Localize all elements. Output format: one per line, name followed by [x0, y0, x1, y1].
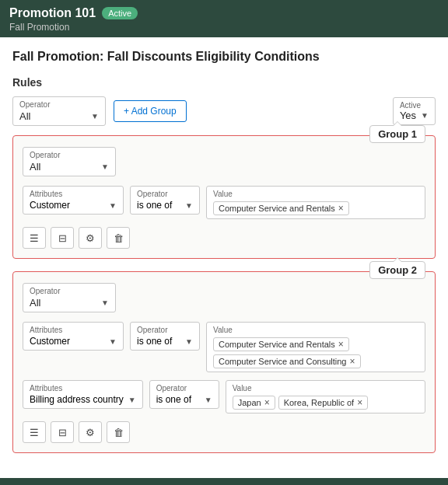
group-2-delete-btn[interactable]: 🗑: [107, 421, 130, 443]
group-1-value-label: Value: [213, 190, 418, 198]
rules-operator-inner: All ▼: [19, 110, 99, 122]
group-2-add-condition-icon: ☰: [30, 427, 39, 438]
group-2-cond0-op-label: Operator: [137, 326, 193, 334]
group-1-attributes-value: Customer: [30, 200, 70, 211]
group-2-cond0-tag-1-text: Computer Service and Consulting: [219, 357, 346, 366]
group-2-cond0-attributes-chevron: ▼: [109, 337, 117, 346]
group-1-org-btn[interactable]: ⚙: [79, 227, 102, 249]
group-2-cond0-value-tags: Computer Service and Rentals × Computer …: [213, 337, 418, 368]
group-1-operator-inner: All ▼: [30, 161, 109, 173]
group-1-op-label: Operator: [137, 190, 193, 198]
group-1-op-select[interactable]: Operator is one of ▼: [130, 186, 200, 215]
group-2-cond0-value-label: Value: [213, 326, 418, 334]
group-2-cond1-attributes-select[interactable]: Attributes Billing address country ▼: [23, 380, 143, 409]
group-2-header: Operator All ▼: [23, 283, 425, 312]
promotion-title: Promotion 101: [9, 6, 96, 20]
group-1-operator-select[interactable]: Operator All ▼: [23, 147, 116, 176]
group-2-cond1-value-label: Value: [233, 384, 418, 393]
group-2-org-icon: ⚙: [86, 427, 95, 438]
group-2-cond0-tag-1-remove[interactable]: ×: [349, 357, 355, 366]
group-2-cond1-value-tags: Japan × Korea, Republic of ×: [233, 396, 418, 410]
group-2-cond1-attributes-chevron: ▼: [128, 396, 136, 404]
group-1-attributes-inner: Customer ▼: [30, 200, 117, 211]
group-2-operator-chevron: ▼: [101, 298, 109, 307]
group-2-cond1-value-field: Value Japan × Korea, Republic of ×: [226, 380, 425, 413]
group-2-cond0-op-select[interactable]: Operator is one of ▼: [130, 322, 200, 351]
group-1-tag-0-remove[interactable]: ×: [338, 204, 344, 213]
group-1-attributes-chevron: ▼: [109, 201, 117, 210]
group-2-cond0-op-inner: is one of ▼: [137, 336, 193, 347]
top-bar-title-row: Promotion 101 Active: [9, 6, 439, 20]
group-2-add-group-btn[interactable]: ⊟: [51, 421, 74, 443]
group-1-tag-0: Computer Service and Rentals ×: [213, 201, 349, 215]
group-2-operator-value: All: [30, 297, 40, 309]
group-1-op-chevron: ▼: [185, 201, 193, 210]
group-1-op-inner: is one of ▼: [137, 200, 193, 211]
group-2-cond1-attributes-label: Attributes: [30, 384, 136, 393]
active-value: Yes: [400, 110, 416, 121]
group-1-value-field: Value Computer Service and Rentals ×: [206, 186, 425, 219]
group-2-operator-label: Operator: [30, 287, 109, 295]
add-group-button[interactable]: + Add Group: [114, 100, 187, 122]
group-1-label: Group 1: [369, 125, 425, 143]
group-2-box: Group 2 Operator All ▼ Attributes Custom…: [12, 271, 436, 453]
rules-operator-label: Operator: [19, 100, 99, 109]
group-2-cond0-tag-1: Computer Service and Consulting ×: [213, 354, 361, 368]
group-2-cond0-tag-0-text: Computer Service and Rentals: [219, 340, 335, 349]
group-1-add-group-btn[interactable]: ⊟: [51, 227, 74, 249]
group-2-cond1-tag-1-remove[interactable]: ×: [357, 398, 362, 407]
group-2-cond0-attributes-label: Attributes: [30, 326, 117, 334]
group-2-cond0-op-chevron: ▼: [185, 337, 193, 346]
group-2-cond0-attributes-select[interactable]: Attributes Customer ▼: [23, 322, 124, 351]
bottom-bar: [0, 478, 448, 485]
group-2-cond0-value-field: Value Computer Service and Rentals × Com…: [206, 322, 425, 372]
group-2-cond1-op-inner: is one of ▼: [156, 394, 212, 405]
group-1-op-value: is one of: [137, 200, 172, 211]
delete-icon: 🗑: [114, 232, 124, 244]
group-2-org-btn[interactable]: ⚙: [79, 421, 102, 443]
group-2-add-condition-btn[interactable]: ☰: [23, 421, 46, 443]
top-bar: Promotion 101 Active Fall Promotion: [0, 0, 448, 37]
rules-operator-select[interactable]: Operator All ▼: [12, 96, 106, 126]
group-2-cond1-tag-0-remove[interactable]: ×: [264, 398, 270, 407]
active-label: Active: [400, 101, 429, 110]
group-1-box: Group 1 Operator All ▼ Attributes Custom…: [12, 135, 436, 259]
group-1-operator-label: Operator: [30, 151, 109, 159]
active-chevron: ▼: [421, 111, 429, 120]
group-2-operator-select[interactable]: Operator All ▼: [23, 283, 116, 312]
group-2-actions: ☰ ⊟ ⚙ 🗑: [23, 421, 425, 443]
top-bar-subtitle: Fall Promotion: [9, 22, 439, 33]
group-2-condition-1: Attributes Billing address country ▼ Ope…: [23, 380, 425, 413]
group-2-cond1-attributes-inner: Billing address country ▼: [30, 394, 136, 405]
active-select-inner: Yes ▼: [400, 110, 429, 121]
group-2-cond0-tag-0-remove[interactable]: ×: [338, 340, 344, 349]
section-label: Rules: [12, 76, 436, 89]
group-2-cond1-op-chevron: ▼: [205, 396, 212, 404]
active-badge: Active: [102, 7, 138, 19]
rules-operator-chevron: ▼: [91, 112, 99, 120]
group-1-tag-0-text: Computer Service and Rentals: [219, 204, 335, 213]
rules-operator-value: All: [19, 110, 30, 122]
group-2-cond1-tag-0-text: Japan: [238, 398, 261, 407]
add-group-icon: ⊟: [58, 232, 67, 244]
group-2-cond1-tag-1-text: Korea, Republic of: [284, 398, 355, 407]
group-2-label: Group 2: [369, 261, 425, 279]
group-2-cond0-op-value: is one of: [137, 336, 172, 347]
group-2-cond1-tag-1: Korea, Republic of ×: [278, 396, 369, 410]
group-2-cond0-attributes-inner: Customer ▼: [30, 336, 117, 347]
group-1-delete-btn[interactable]: 🗑: [107, 227, 130, 249]
group-1-attributes-select[interactable]: Attributes Customer ▼: [23, 186, 124, 215]
rules-header: Operator All ▼ + Add Group Active Yes ▼: [12, 96, 436, 126]
group-1-value-tags: Computer Service and Rentals ×: [213, 201, 418, 215]
group-2-cond1-attributes-value: Billing address country: [30, 394, 124, 405]
group-1-actions: ☰ ⊟ ⚙ 🗑: [23, 227, 425, 249]
group-2-cond0-tag-0: Computer Service and Rentals ×: [213, 337, 349, 351]
group-1-header: Operator All ▼: [23, 147, 425, 176]
group-2-cond1-op-select[interactable]: Operator is one of ▼: [149, 380, 219, 409]
group-2-cond1-op-value: is one of: [156, 394, 191, 405]
group-1-add-condition-btn[interactable]: ☰: [23, 227, 46, 249]
group-1-condition-0: Attributes Customer ▼ Operator is one of…: [23, 186, 425, 219]
group-2-operator-inner: All ▼: [30, 297, 109, 309]
group-2-add-group-icon: ⊟: [58, 427, 67, 438]
group-2-condition-0: Attributes Customer ▼ Operator is one of…: [23, 322, 425, 372]
